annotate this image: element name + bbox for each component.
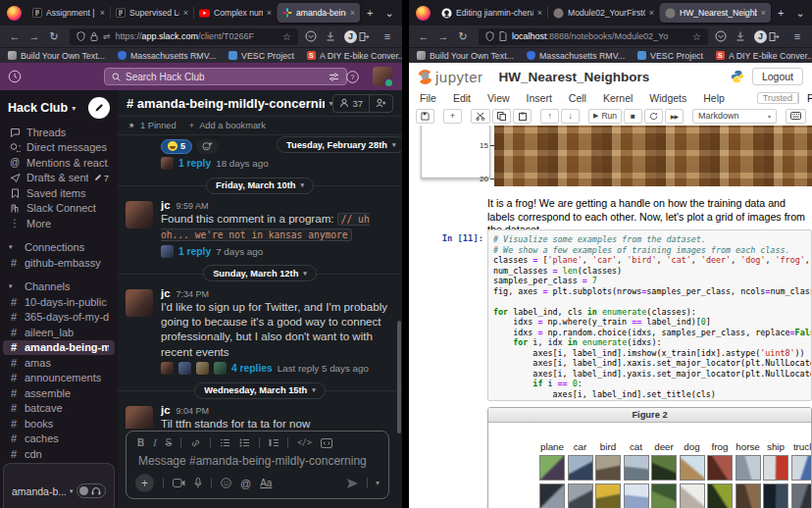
paste-cell-button[interactable]: [513, 109, 532, 124]
channel-item[interactable]: #365-days-of-my-d...: [0, 310, 118, 326]
tab-close-icon[interactable]: ×: [267, 8, 272, 18]
thread-summary[interactable]: 1 reply 18 days ago: [118, 155, 402, 172]
channel-item[interactable]: #assemble: [0, 385, 118, 401]
reply-link[interactable]: 1 reply: [178, 246, 211, 257]
shield-icon[interactable]: [76, 31, 85, 41]
send-icon[interactable]: [346, 478, 359, 489]
bookmark-item[interactable]: SA DIY E-bike Conver...: [716, 51, 812, 61]
menu-file[interactable]: File: [420, 92, 436, 104]
date-pill[interactable]: Wednesday, March 15th▾: [194, 382, 326, 399]
browser-tab[interactable]: amanda-being-m×: [278, 3, 360, 23]
mic-icon[interactable]: [194, 478, 202, 488]
url-text[interactable]: https://app.slack.com/client/T0266F: [116, 31, 278, 41]
ordered-list-icon[interactable]: [220, 438, 230, 447]
sidebar-item-direct-messages[interactable]: Direct messages: [0, 140, 118, 156]
sidebar-item-slack-connect[interactable]: Slack Connect: [0, 201, 118, 217]
search-filters-icon[interactable]: [329, 73, 339, 81]
menu-view[interactable]: View: [487, 92, 510, 104]
reload-button[interactable]: ↻: [45, 30, 63, 43]
share-icon[interactable]: [359, 31, 377, 42]
browser-tab[interactable]: Assignment | Mo×: [27, 3, 110, 23]
date-pill[interactable]: Sunday, March 12th▾: [203, 265, 317, 281]
message-timestamp[interactable]: 7:34 PM: [176, 289, 209, 299]
account-button[interactable]: J: [344, 30, 357, 43]
menu-cell[interactable]: Cell: [569, 92, 586, 104]
share-icon[interactable]: [769, 31, 787, 42]
browser-tab[interactable]: Supervised Learn×: [111, 3, 193, 23]
cell-type-select[interactable]: Markdown▾: [692, 109, 777, 124]
back-button[interactable]: ←: [6, 30, 24, 42]
section-header-connections[interactable]: ▾Connections: [0, 240, 118, 256]
reply-link[interactable]: 1 reply: [178, 158, 211, 169]
sidebar-item-mentions-react[interactable]: @Mentions & react...: [0, 155, 118, 171]
jupyter-logo-text[interactable]: jupyter: [435, 69, 483, 85]
strikethrough-button[interactable]: S: [166, 437, 173, 448]
pinned-count[interactable]: 1 Pinned: [140, 121, 177, 130]
interrupt-kernel-button[interactable]: ■: [624, 109, 642, 124]
add-member-button[interactable]: [370, 98, 392, 108]
tab-list-chevron-icon[interactable]: ⌄: [789, 7, 810, 20]
member-count-button[interactable]: 37: [333, 98, 369, 109]
menu-hamburger-icon[interactable]: ≡: [788, 30, 806, 42]
channel-item[interactable]: #batcave: [0, 401, 118, 417]
tab-close-icon[interactable]: ×: [100, 8, 105, 18]
thread-summary[interactable]: 1 reply 7 days ago: [118, 243, 402, 260]
browser-tab[interactable]: HW_Nearest_Neighbors - ...×: [660, 3, 771, 23]
avatar[interactable]: [126, 289, 153, 317]
send-options-chevron-icon[interactable]: ▾: [376, 479, 380, 487]
bookmark-item[interactable]: Massachusetts RMV...: [527, 51, 625, 61]
firefox-logo-icon[interactable]: [7, 6, 22, 21]
channel-item[interactable]: #books: [0, 416, 118, 432]
history-clock-icon[interactable]: [8, 70, 22, 83]
sticky-date-header[interactable]: Tuesday, February 28th▾: [277, 136, 402, 153]
command-palette-button[interactable]: [786, 109, 806, 124]
logout-button[interactable]: Logout: [752, 68, 803, 85]
bookmark-item[interactable]: Massachusetts RMV...: [118, 51, 216, 61]
bookmark-item[interactable]: Build Your Own Text...: [417, 51, 514, 61]
add-bookmark-button[interactable]: Add a bookmark: [199, 121, 266, 130]
bold-button[interactable]: B: [137, 437, 144, 448]
message-timestamp[interactable]: 9:59 AM: [176, 201, 208, 211]
code-block-icon[interactable]: [321, 438, 332, 448]
huddle-bar[interactable]: amanda-b... ▾: [3, 463, 115, 508]
bookmark-item[interactable]: Build Your Own Text...: [8, 51, 105, 61]
url-bar[interactable]: ⇌ https://app.slack.com/client/T0266F ☆: [70, 28, 298, 45]
channel-item[interactable]: #announcements: [0, 371, 118, 386]
channel-title[interactable]: # amanda-being-mildly-concerning: [127, 96, 325, 111]
menu-insert[interactable]: Insert: [527, 92, 552, 104]
bookmark-star-icon[interactable]: ☆: [282, 31, 291, 42]
bookmark-item[interactable]: VESC Project: [228, 51, 294, 61]
video-icon[interactable]: [173, 479, 185, 487]
channel-item[interactable]: #10-days-in-public: [0, 294, 118, 310]
reaction-pill[interactable]: 5: [161, 139, 192, 154]
message-author[interactable]: jc: [161, 199, 170, 211]
bookmark-item[interactable]: SA DIY E-bike Conver...: [307, 51, 402, 61]
firefox-logo-icon[interactable]: [416, 6, 431, 21]
cut-cell-button[interactable]: [471, 109, 490, 124]
download-icon[interactable]: [735, 30, 752, 42]
url-bar[interactable]: localhost:8888/notebooks/Module02_Yo ☆: [479, 28, 708, 45]
italic-button[interactable]: I: [153, 437, 156, 448]
avatar[interactable]: [126, 201, 153, 229]
page-icon[interactable]: [499, 31, 507, 41]
tab-list-chevron-icon[interactable]: ⌄: [379, 7, 399, 20]
blockquote-icon[interactable]: [269, 438, 279, 447]
menu-hamburger-icon[interactable]: ≡: [379, 30, 396, 42]
tab-close-icon[interactable]: ×: [183, 8, 188, 18]
tab-close-icon[interactable]: ×: [537, 8, 542, 18]
sidebar-item-threads[interactable]: Threads: [0, 125, 118, 140]
section-header-channels[interactable]: ▾Channels: [0, 279, 118, 295]
attach-button[interactable]: +: [135, 474, 154, 492]
download-icon[interactable]: [325, 30, 342, 42]
message-author[interactable]: jc: [161, 287, 170, 299]
menu-help[interactable]: Help: [703, 92, 725, 104]
message-input[interactable]: Message #amanda-being-mildly-concerning: [127, 450, 388, 474]
menu-edit[interactable]: Edit: [453, 92, 471, 104]
move-cell-up-button[interactable]: ↑: [540, 109, 559, 124]
figure2-title-bar[interactable]: Figure 2: [488, 408, 811, 423]
workspace-switcher[interactable]: Hack Club ▾: [0, 90, 118, 125]
help-icon[interactable]: ?: [346, 71, 359, 83]
browser-tab[interactable]: Module02_YourFirstClass×: [548, 3, 659, 23]
sidebar-item-drafts-sent[interactable]: Drafts & sent7: [0, 171, 118, 186]
move-cell-down-button[interactable]: ↓: [561, 109, 580, 124]
